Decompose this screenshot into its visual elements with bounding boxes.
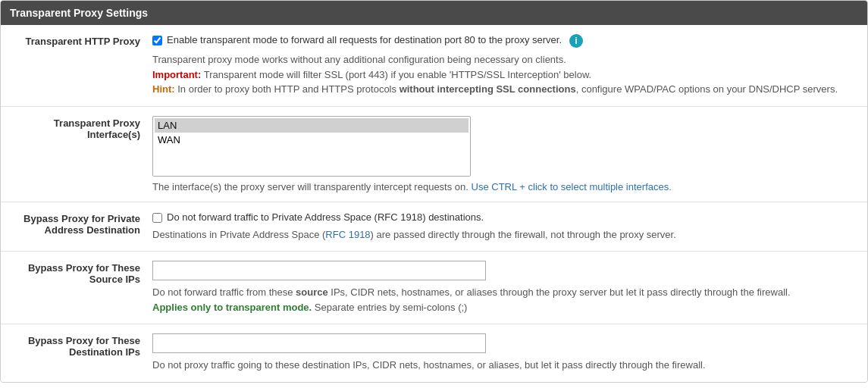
important-label: Important: bbox=[152, 69, 201, 80]
desc-line-hint: Hint: In order to proxy both HTTP and HT… bbox=[152, 82, 855, 97]
label-bypass-dest-ips: Bypass Proxy for TheseDestination IPs bbox=[1, 333, 152, 358]
row-bypass-source-ips: Bypass Proxy for TheseSource IPs Do not … bbox=[1, 252, 867, 324]
rfc1918-link[interactable]: RFC 1918 bbox=[325, 229, 370, 240]
info-icon-transparent-proxy: i bbox=[569, 34, 583, 48]
interface-select[interactable]: LAN WAN bbox=[152, 116, 471, 177]
checkbox-label-bypass-private: Do not forward traffic to Private Addres… bbox=[167, 211, 484, 223]
desc-private-after: ) are passed directly through the firewa… bbox=[371, 229, 676, 240]
content-bypass-dest-ips: Do not proxy traffic going to these dest… bbox=[152, 333, 867, 373]
label-bypass-source-ips: Bypass Proxy for TheseSource IPs bbox=[1, 261, 152, 285]
content-transparent-proxy-interfaces: LAN WAN The interface(s) the proxy serve… bbox=[152, 116, 867, 192]
label-transparent-http-proxy: Transparent HTTP Proxy bbox=[1, 34, 152, 47]
row-bypass-dest-ips: Bypass Proxy for TheseDestination IPs Do… bbox=[1, 324, 867, 382]
option-wan[interactable]: WAN bbox=[155, 133, 468, 147]
content-bypass-source-ips: Do not forward traffic from these source… bbox=[152, 261, 867, 314]
desc-transparent-proxy: Transparent proxy mode works without any… bbox=[152, 52, 855, 97]
checkbox-label-transparent-http-proxy: Enable transparent mode to forward all r… bbox=[167, 34, 562, 45]
option-lan[interactable]: LAN bbox=[155, 118, 468, 133]
checkbox-bypass-proxy-private[interactable] bbox=[152, 213, 162, 223]
checkbox-transparent-http-proxy[interactable] bbox=[152, 36, 162, 45]
row-transparent-proxy-interfaces: Transparent ProxyInterface(s) LAN WAN Th… bbox=[1, 107, 867, 202]
input-bypass-dest-ips[interactable] bbox=[152, 333, 486, 353]
applies-only-link[interactable]: Applies only to transparent mode. bbox=[152, 302, 312, 313]
interface-hint: The interface(s) the proxy server will t… bbox=[152, 181, 855, 192]
desc-line-important: Important: Transparent mode will filter … bbox=[152, 67, 855, 83]
panel-title: Transparent Proxy Settings bbox=[1, 1, 867, 25]
desc-bypass-private: Destinations in Private Address Space (R… bbox=[152, 227, 855, 242]
label-transparent-proxy-interfaces: Transparent ProxyInterface(s) bbox=[1, 116, 152, 140]
row-transparent-http-proxy: Transparent HTTP Proxy Enable transparen… bbox=[1, 25, 867, 107]
desc-private-before: Destinations in Private Address Space ( bbox=[152, 229, 325, 240]
desc-source-line1: Do not forward traffic from these source… bbox=[152, 285, 855, 300]
panel-title-text: Transparent Proxy Settings bbox=[10, 7, 148, 19]
desc-dest-ips: Do not proxy traffic going to these dest… bbox=[152, 358, 855, 373]
hint-bold: without intercepting SSL connections bbox=[400, 83, 576, 95]
row-bypass-proxy-private: Bypass Proxy for PrivateAddress Destinat… bbox=[1, 202, 867, 252]
semi-colon-note: Separate entries by semi-colons (;) bbox=[312, 302, 467, 313]
source-bold: source bbox=[296, 286, 328, 298]
hint-label: Hint: bbox=[152, 83, 175, 95]
label-bypass-proxy-private: Bypass Proxy for PrivateAddress Destinat… bbox=[1, 211, 152, 236]
ctrl-click-link[interactable]: Use CTRL + click to select multiple inte… bbox=[472, 181, 672, 192]
hint-text: In order to proxy both HTTP and HTTPS pr… bbox=[177, 83, 838, 95]
important-text: Transparent mode will filter SSL (port 4… bbox=[204, 69, 592, 80]
transparent-proxy-settings-panel: Transparent Proxy Settings Transparent H… bbox=[0, 0, 868, 383]
input-bypass-source-ips[interactable] bbox=[152, 261, 486, 280]
interface-hint-text: The interface(s) the proxy server will t… bbox=[152, 181, 472, 192]
content-bypass-proxy-private: Do not forward traffic to Private Addres… bbox=[152, 211, 867, 242]
desc-line-1: Transparent proxy mode works without any… bbox=[152, 52, 855, 67]
content-transparent-http-proxy: Enable transparent mode to forward all r… bbox=[152, 34, 867, 97]
desc-dest-line1: Do not proxy traffic going to these dest… bbox=[152, 358, 855, 373]
panel-body: Transparent HTTP Proxy Enable transparen… bbox=[1, 25, 867, 382]
desc-source-line2: Applies only to transparent mode. Separa… bbox=[152, 300, 855, 315]
desc-source-ips: Do not forward traffic from these source… bbox=[152, 285, 855, 314]
